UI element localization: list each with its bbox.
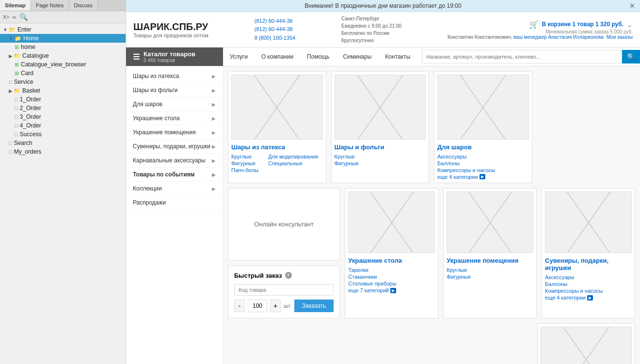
manager-link[interactable]: ваш менеджер Анастасия Илларионова bbox=[513, 34, 604, 40]
menu-item-room[interactable]: Украшение помещения ▶ bbox=[126, 126, 223, 140]
product-card-for-balloons: Для шаров Аксессуары Баллоны Компрессоры… bbox=[434, 71, 532, 183]
link-cups[interactable]: Стаканчики bbox=[348, 274, 435, 280]
nav-link-about[interactable]: О компании bbox=[255, 48, 300, 65]
link-compressors-souvenirs[interactable]: Компрессоры и насосы bbox=[545, 288, 632, 294]
menu-arrow-collections: ▶ bbox=[212, 186, 216, 191]
more-label-souvenirs: еще 4 категории bbox=[545, 295, 586, 301]
link-kruglye-latex[interactable]: Круглые bbox=[231, 154, 258, 159]
infinity-icon: ∞ bbox=[13, 14, 16, 20]
menu-item-for-balloons[interactable]: Для шаров ▶ bbox=[126, 97, 223, 111]
more-icon-for-balloons: ▶ bbox=[480, 174, 485, 179]
link-compressors[interactable]: Компрессоры и насосы bbox=[437, 167, 529, 173]
more-categories-table[interactable]: еще 7 категорий ▶ bbox=[348, 287, 435, 293]
menu-arrow-table: ▶ bbox=[212, 116, 216, 121]
tree-item-home[interactable]: ▼ 📁 Home bbox=[0, 34, 126, 43]
notification-text: Внимание! В праздничные дни магазин рабо… bbox=[304, 2, 461, 9]
product-title-foil[interactable]: Шары и фольги bbox=[335, 143, 426, 151]
product-title-table[interactable]: Украшение стола bbox=[348, 257, 435, 264]
product-links-for-balloons: Аксессуары Баллоны Компрессоры и насосы bbox=[437, 154, 529, 173]
menu-item-foil[interactable]: Шары из фольги ▶ bbox=[126, 83, 223, 97]
store-header: ШАРИК.СПБ.РУ Товары для праздников оптом… bbox=[126, 12, 640, 47]
more-categories-for-balloons[interactable]: еще 4 категории ▶ bbox=[437, 174, 529, 180]
product-title-latex[interactable]: Шары из латекса bbox=[231, 143, 323, 151]
tree-item-enter[interactable]: ▼ 📁 Enter bbox=[0, 25, 126, 34]
tree-item-order4[interactable]: □ 4_Order bbox=[0, 121, 126, 130]
tree-label-enter: Enter bbox=[17, 26, 32, 33]
link-kruglye-room[interactable]: Круглые bbox=[447, 267, 533, 273]
order-button[interactable]: Заказать bbox=[294, 300, 334, 312]
product-title-room[interactable]: Украшение помещения bbox=[447, 257, 533, 264]
search-icon[interactable]: 🔍 bbox=[19, 13, 28, 21]
menu-label-collections: Коллекции bbox=[133, 185, 162, 192]
phone-link-2[interactable]: (812) 60-444-38 bbox=[255, 26, 293, 32]
store-hours: Круглосуточно bbox=[341, 37, 401, 44]
quick-order-input[interactable] bbox=[234, 284, 334, 296]
menu-item-latex[interactable]: Шары из латекса ▶ bbox=[126, 69, 223, 83]
link-figurnye-foil[interactable]: Фигурные bbox=[335, 160, 426, 166]
qty-input[interactable] bbox=[248, 300, 267, 312]
tree-item-card[interactable]: ⊞ Card bbox=[0, 69, 126, 78]
more-label-for-balloons: еще 4 категории bbox=[437, 174, 478, 180]
tab-discuss[interactable]: Discuss bbox=[69, 0, 98, 11]
notification-close-button[interactable]: ✕ bbox=[629, 2, 635, 10]
menu-arrow-carnival: ▶ bbox=[212, 158, 216, 163]
phone-link-1[interactable]: (812) 60-444-36 bbox=[255, 18, 293, 24]
tree-item-success[interactable]: □ Success bbox=[0, 130, 126, 139]
catalog-button[interactable]: ☰ Каталог товаров 5 468 товаров bbox=[126, 47, 223, 66]
menu-item-table[interactable]: Украшение стола ▶ bbox=[126, 111, 223, 126]
link-plates[interactable]: Тарелки bbox=[348, 267, 435, 273]
link-model-latex[interactable]: Для моделирования bbox=[268, 154, 318, 159]
link-accessories-souvenirs[interactable]: Аксессуары bbox=[545, 274, 632, 280]
cart-section: 🛒 В корзине 1 товар 1 320 руб. ⌄ bbox=[529, 20, 633, 29]
link-special-latex[interactable]: Специальные bbox=[268, 160, 318, 166]
tree-item-home-page[interactable]: ⊞ home bbox=[0, 43, 126, 51]
link-cutlery[interactable]: Столовые приборы bbox=[348, 281, 435, 286]
menu-item-events[interactable]: Товары по событиям ▶ bbox=[126, 168, 223, 182]
tree-item-order3[interactable]: □ 3_Order bbox=[0, 112, 126, 121]
link-balloons[interactable]: Баллоны bbox=[437, 160, 529, 166]
tab-sitemap[interactable]: Sitemap bbox=[0, 0, 31, 11]
product-links-foil: Круглые Фигурные bbox=[335, 154, 426, 166]
tree-item-order2[interactable]: □ 2_Order bbox=[0, 104, 126, 112]
store-tagline: Товары для праздников оптом bbox=[133, 32, 208, 38]
product-title-for-balloons[interactable]: Для шаров bbox=[437, 143, 529, 151]
link-accessories[interactable]: Аксессуары bbox=[437, 154, 529, 159]
product-image-room bbox=[447, 191, 533, 253]
more-categories-souvenirs[interactable]: еще 4 категории ▶ bbox=[545, 295, 632, 301]
tree-item-basket[interactable]: ▶ 📁 Basket bbox=[0, 86, 126, 95]
tree-item-catalogue[interactable]: ▶ 📁 Catalogue bbox=[0, 51, 126, 60]
nav-link-services[interactable]: Услуги bbox=[223, 48, 255, 65]
menu-item-souvenirs[interactable]: Сувениры, подарки, игрушки ▶ bbox=[126, 140, 223, 154]
menu-item-collections[interactable]: Коллекции ▶ bbox=[126, 182, 223, 196]
link-balloons-souvenirs[interactable]: Баллоны bbox=[545, 281, 632, 287]
nav-link-seminars[interactable]: Семинары bbox=[336, 48, 378, 65]
link-kruglye-foil[interactable]: Круглые bbox=[335, 154, 426, 159]
hamburger-icon: ☰ bbox=[133, 52, 140, 62]
nav-link-help[interactable]: Помощь bbox=[300, 48, 336, 65]
search-input[interactable] bbox=[422, 50, 622, 63]
tree-item-catalogue-view[interactable]: ⊞ Catalogue_view_browser bbox=[0, 60, 126, 69]
tree-item-service[interactable]: □ Service bbox=[0, 78, 126, 86]
menu-arrow-foil: ▶ bbox=[212, 88, 216, 93]
menu-item-carnival[interactable]: Карнавальные аксессуары ▶ bbox=[126, 154, 223, 168]
consultant-label: Онлайн консультант bbox=[254, 221, 314, 228]
cart-link[interactable]: В корзине 1 товар 1 320 руб. bbox=[542, 21, 624, 28]
product-title-souvenirs[interactable]: Сувениры, подарки, игрушки bbox=[545, 257, 632, 271]
link-figurnye-latex[interactable]: Фигурные bbox=[231, 160, 258, 166]
link-punch-latex[interactable]: Панч-болы bbox=[231, 167, 258, 173]
cart-scroll[interactable]: ⌄ bbox=[626, 20, 633, 29]
nav-link-contacts[interactable]: Контакты bbox=[378, 48, 417, 65]
menu-label-souvenirs: Сувениры, подарки, игрушки bbox=[133, 143, 210, 150]
phone-link-3[interactable]: 8 (800) 100-1354 bbox=[255, 35, 295, 41]
my-orders-link[interactable]: Мои заказы bbox=[607, 34, 633, 40]
search-button[interactable]: 🔍 bbox=[622, 50, 640, 63]
tree-item-search[interactable]: □ Search bbox=[0, 139, 126, 147]
qty-plus-button[interactable]: + bbox=[270, 300, 281, 312]
link-figurnye-room[interactable]: Фигурные bbox=[447, 274, 533, 280]
tree-item-my-orders[interactable]: □ My_orders bbox=[0, 147, 126, 156]
menu-item-sale[interactable]: Распродажи bbox=[126, 196, 223, 210]
tree-item-order1[interactable]: □ 1_Order bbox=[0, 95, 126, 104]
help-icon[interactable]: ? bbox=[285, 272, 292, 279]
qty-minus-button[interactable]: - bbox=[234, 300, 245, 312]
tab-page-notes[interactable]: Page Notes bbox=[31, 0, 69, 11]
